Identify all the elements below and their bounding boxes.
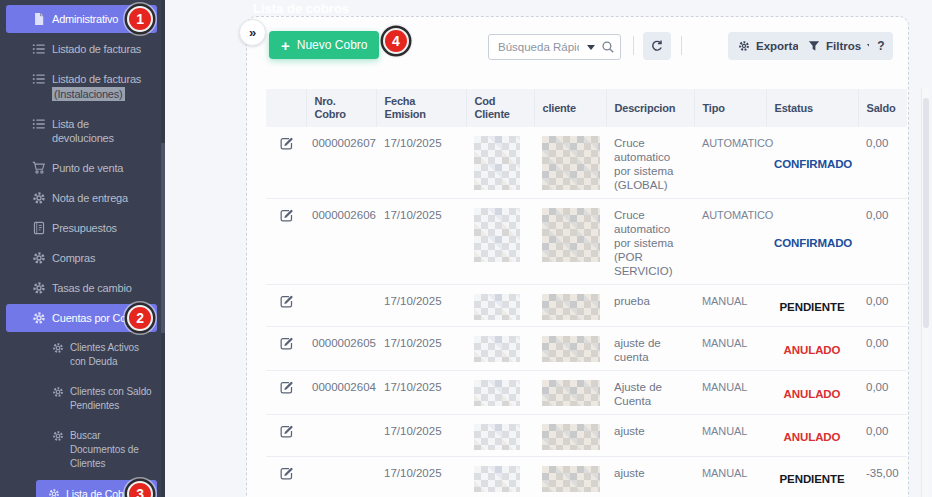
edit-row-button[interactable] [279, 424, 294, 439]
refresh-button[interactable] [643, 32, 671, 60]
file-icon [32, 12, 46, 26]
cell-descripcion: ajuste [606, 415, 694, 457]
cart-icon [32, 161, 46, 175]
cell-cliente [534, 371, 606, 415]
search-input[interactable] [489, 35, 579, 59]
sidebar-item-punto-de-venta[interactable]: Punto de venta [6, 154, 157, 182]
edit-row-button[interactable] [279, 136, 294, 151]
sidebar-item-label: Tasas de cambio [52, 281, 153, 295]
sidebar-item-label: Presupuestos [52, 221, 153, 235]
cell-descripcion: Cruce automatico por sistema (GLOBAL) [606, 127, 694, 199]
cell-saldo: 0,00 [858, 415, 907, 457]
col-header-descripcion[interactable]: Descripcion [606, 89, 694, 127]
cell-tipo: MANUAL [694, 371, 766, 415]
status-badge: PENDIENTE [766, 285, 858, 327]
sidebar-item-presupuestos[interactable]: Presupuestos [6, 214, 157, 242]
sidebar-item-label: Listado de facturas [52, 42, 153, 56]
col-header-cod-cliente[interactable]: Cod Cliente [466, 89, 534, 127]
cell-tipo: AUTOMATICO [694, 199, 766, 285]
col-header-nro-cobro[interactable]: Nro. Cobro [306, 89, 376, 127]
funnel-icon [808, 40, 820, 52]
redacted-cliente [542, 380, 600, 406]
sidebar-item-lista-de-cobros[interactable]: Lista de Cobros3 [36, 480, 157, 497]
col-header-actions [266, 89, 306, 127]
sidebar-item-compras[interactable]: Compras [6, 244, 157, 272]
sidebar-item-lista-de-devoluciones[interactable]: Lista de devoluciones [6, 110, 157, 152]
table-row: 17/10/2025ajusteMANUALANULADO0,00 [266, 415, 907, 457]
cell-cliente [534, 457, 606, 497]
col-header-fecha-emision[interactable]: Fecha Emision [376, 89, 466, 127]
col-header-cliente[interactable]: cliente [534, 89, 606, 127]
sidebar-item-cuentas-por-cobrar[interactable]: Cuentas por Cobrar2 [6, 304, 157, 332]
sidebar-collapse-button[interactable]: » [239, 19, 266, 46]
cell-nro-cobro: 0000002605 [306, 327, 376, 371]
cell-cod-cliente [466, 285, 534, 327]
cell-cod-cliente [466, 199, 534, 285]
cell-fecha-emision: 17/10/2025 [376, 127, 466, 199]
redacted-cod-cliente [474, 466, 520, 492]
table-row: 000000260417/10/2025Ajuste de CuentaMANU… [266, 371, 907, 415]
table-scrollbar[interactable] [921, 88, 929, 497]
edit-row-button[interactable] [279, 336, 294, 351]
sidebar-item-clientes-activos-con-deuda[interactable]: Clientes Activos con Deuda [6, 334, 157, 376]
status-badge: PENDIENTE [766, 457, 858, 497]
redacted-cod-cliente [474, 136, 520, 190]
cell-actions [266, 415, 306, 457]
cell-nro-cobro [306, 415, 376, 457]
sidebar-item-tasas-de-cambio[interactable]: Tasas de cambio [6, 274, 157, 302]
col-header-tipo[interactable]: Tipo [694, 89, 766, 127]
table-row: 17/10/2025pruebaMANUALPENDIENTE0,00 [266, 285, 907, 327]
redacted-cod-cliente [474, 294, 520, 320]
nuevo-cobro-label: Nuevo Cobro [297, 38, 368, 52]
redacted-cod-cliente [474, 424, 520, 450]
sidebar-item-label: Buscar Documentos de Clientes [70, 429, 153, 471]
sidebar-item-listado-de-facturas-instalaciones[interactable]: Listado de facturas(Instalaciones) [6, 65, 157, 108]
table-body: 000000260717/10/2025Cruce automatico por… [266, 127, 907, 497]
cell-descripcion: ajuste de cuenta [606, 327, 694, 371]
table-scrollbar-thumb[interactable] [923, 98, 929, 328]
cell-fecha-emision: 17/10/2025 [376, 457, 466, 497]
edit-row-button[interactable] [279, 466, 294, 481]
nuevo-cobro-button[interactable]: + Nuevo Cobro [269, 31, 379, 59]
sidebar-item-clientes-con-saldo-pendientes[interactable]: Clientes con Saldo Pendientes [6, 378, 157, 420]
table-row: 17/10/2025ajusteMANUALPENDIENTE-35,00 [266, 457, 907, 497]
gear-icon [738, 40, 750, 52]
edit-row-button[interactable] [279, 208, 294, 223]
col-header-saldo[interactable]: Saldo [858, 89, 907, 127]
table-header-row: Nro. CobroFecha EmisionCod Clienteclient… [266, 89, 907, 127]
book-icon [32, 221, 46, 235]
list-panel: + Nuevo Cobro 4 [246, 16, 909, 497]
sidebar-item-listado-de-facturas[interactable]: Listado de facturas [6, 35, 157, 63]
cell-nro-cobro: 0000002606 [306, 199, 376, 285]
annotation-marker-3: 3 [127, 481, 153, 497]
edit-row-button[interactable] [279, 294, 294, 309]
sidebar-menu: Administrativo1Listado de facturasListad… [0, 5, 165, 497]
sidebar-item-buscar-documentos-de-clientes[interactable]: Buscar Documentos de Clientes [6, 422, 157, 478]
content-area: Lista de cobros » + Nuevo Cobro 4 [165, 0, 932, 497]
help-button[interactable]: ? [869, 32, 893, 60]
cell-tipo: MANUAL [694, 415, 766, 457]
search-icon[interactable] [601, 40, 615, 54]
cell-fecha-emision: 17/10/2025 [376, 199, 466, 285]
cell-descripcion: Cruce automatico por sistema (POR SERVIC… [606, 199, 694, 285]
gear-icon [32, 281, 46, 295]
sidebar-item-nota-de-entrega[interactable]: Nota de entrega [6, 184, 157, 212]
redacted-cliente [542, 136, 600, 190]
sidebar-item-administrativo[interactable]: Administrativo1 [6, 5, 157, 33]
double-chevron-right-icon: » [249, 25, 256, 40]
cell-nro-cobro: 0000002607 [306, 127, 376, 199]
cell-tipo: MANUAL [694, 457, 766, 497]
quick-search [488, 34, 621, 60]
cell-descripcion: Ajuste de Cuenta [606, 371, 694, 415]
col-header-estatus[interactable]: Estatus [766, 89, 858, 127]
redacted-cliente [542, 294, 600, 320]
toolbar-divider [681, 36, 682, 55]
cell-nro-cobro: 0000002604 [306, 371, 376, 415]
page-title: Lista de cobros [253, 1, 349, 16]
cell-actions [266, 457, 306, 497]
edit-row-button[interactable] [279, 380, 294, 395]
annotation-marker-4: 4 [383, 28, 409, 54]
search-dropdown-caret-icon[interactable] [587, 45, 595, 50]
cell-actions [266, 285, 306, 327]
cell-cliente [534, 327, 606, 371]
